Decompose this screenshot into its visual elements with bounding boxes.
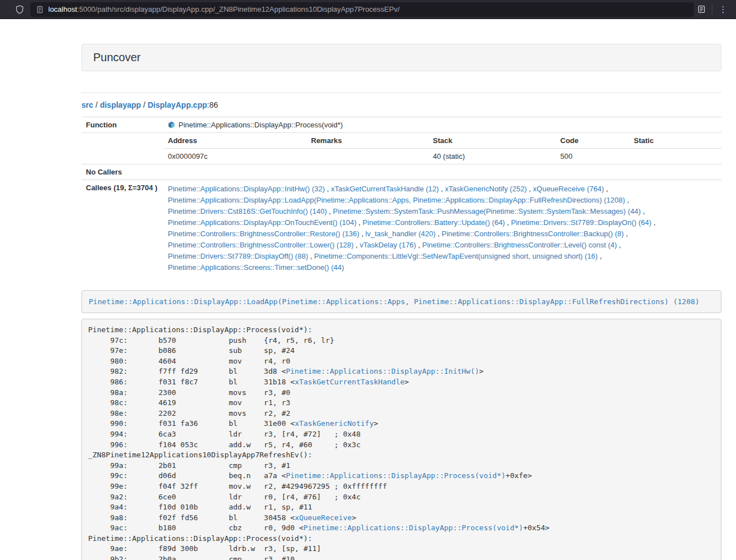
column-header-code: Code [556,133,629,149]
asm-line: 98e: 2202 movs r2, #2 [88,408,715,419]
asm-symbol-link[interactable]: xTaskGenericNotify [295,419,374,428]
no-callers-row: No Callers [81,164,721,180]
callee-link[interactable]: Pinetime::Components::LittleVgl::SetNewT… [314,252,598,260]
callee-link[interactable]: vTaskDelay (176) [360,241,416,249]
disassembly-block: Pinetime::Applications::DisplayApp::Proc… [81,319,721,560]
asm-symbol-link[interactable]: Pinetime::Applications::DisplayApp::Proc… [286,471,505,480]
callee-link[interactable]: Pinetime::System::SystemTask::PushMessag… [333,207,641,215]
toolbar-divider [712,4,712,15]
asm-line: 99c: d06d beq.n a7a <Pinetime::Applicati… [88,471,715,481]
breadcrumb-separator: / [143,100,145,109]
stats-value-row: 0x0000097c 40 (static) 500 [163,149,721,164]
page-info-icon [36,6,44,13]
asm-line: 982: f7ff fd29 bl 3d8 <Pinetime::Applica… [88,366,715,377]
function-row: Function Pinetime::Applications::Display… [81,117,721,133]
callee-link[interactable]: lv_task_handler (420) [365,229,436,238]
browser-window: localhost:5000/path/src/displayapp/Displ… [0,0,736,560]
asm-symbol-link[interactable]: xQueueReceive [295,513,352,522]
selected-callee-link[interactable]: Pinetime::Applications::DisplayApp::Load… [89,297,700,306]
callees-cell: Pinetime::Applications::DisplayApp::Init… [163,180,721,277]
breadcrumb-separator: / [95,100,98,109]
callee-link[interactable]: xTaskGetCurrentTaskHandle (12) [331,185,438,193]
tracking-protection-shield-icon[interactable] [12,2,27,17]
callee-link[interactable]: xTaskGenericNotify (252) [445,185,527,193]
stats-row: Address Remarks Stack Code Static 0x0000… [81,133,721,164]
callee-link[interactable]: Pinetime::Applications::DisplayApp::Init… [168,185,325,193]
reader-mode-button[interactable] [694,2,708,17]
callees-row: Callees (19, Σ=3704 ) Pinetime::Applicat… [81,180,721,277]
asm-line: 9b2: 2b0a cmp r3, #10 [88,554,715,560]
remarks-value [307,149,428,164]
column-header-stack: Stack [428,133,556,149]
function-icon [168,121,175,128]
page-content: Puncover src/displayapp/DisplayApp.cpp:8… [81,44,721,560]
static-value [629,149,721,164]
stats-row-label [81,133,163,164]
asm-line: Pinetime::Applications::DisplayApp::Proc… [88,534,715,544]
asm-line: 9a4: f10d 010b add.w r1, sp, #11 [88,502,715,513]
asm-symbol-link[interactable]: Pinetime::Applications::DisplayApp::Proc… [304,524,523,532]
callee-link[interactable]: Pinetime::Controllers::BrightnessControl… [168,241,354,249]
page-header: Puncover [81,44,721,71]
asm-line: 9a8: f02f fd56 bl 30458 <xQueueReceive> [88,513,715,524]
asm-line: 9a2: 6ce0 ldr r0, [r4, #76] ; 0x4c [88,492,715,503]
code-value: 500 [556,149,629,164]
callee-link[interactable]: Pinetime::Applications::DisplayApp::OnTo… [168,218,356,227]
callee-link[interactable]: Pinetime::Controllers::Battery::Update()… [363,218,505,227]
asm-line: 996: f104 053c add.w r5, r4, #60 ; 0x3c [88,440,715,451]
breadcrumb-link-src[interactable]: src [81,100,93,109]
column-header-static: Static [629,133,721,149]
asm-line: 99a: 2b01 cmp r3, #1 [88,461,715,471]
callee-link[interactable]: Pinetime::Controllers::BrightnessControl… [422,241,617,249]
stats-table: Address Remarks Stack Code Static 0x0000… [163,133,721,164]
callee-link[interactable]: Pinetime::Applications::Screens::Timer::… [168,263,344,272]
shield-icon [15,5,24,14]
callee-link[interactable]: Pinetime::Controllers::BrightnessControl… [442,229,624,238]
callees-label: Callees (19, Σ=3704 ) [81,180,163,277]
function-table: Function Pinetime::Applications::Display… [81,117,721,277]
breadcrumb: src/displayapp/DisplayApp.cpp:86 [81,100,721,109]
selected-callee-box: Pinetime::Applications::DisplayApp::Load… [81,290,721,313]
asm-line: 99e: f04f 32ff mov.w r2, #4294967295 ; 0… [88,481,715,492]
reader-mode-icon [697,5,706,13]
asm-line: 9ac: b180 cbz r0, 9d0 <Pinetime::Applica… [88,523,715,534]
asm-line: 98a: 2300 movs r3, #0 [88,388,715,398]
callee-link[interactable]: Pinetime::Controllers::BrightnessControl… [168,229,359,238]
kebab-menu-icon: ⋮ [719,5,728,13]
menu-button[interactable]: ⋮ [716,2,730,17]
no-callers-cell [163,164,721,180]
stack-value: 40 (static) [428,149,556,164]
asm-line: 986: f031 f8c7 bl 31b18 <xTaskGetCurrent… [88,377,715,388]
asm-symbol-link[interactable]: Pinetime::Applications::DisplayApp::Init… [286,367,479,375]
no-callers-label: No Callers [81,164,163,180]
asm-line: 97e: b086 sub sp, #24 [88,346,715,356]
breadcrumb-link-displayapp[interactable]: displayapp [100,100,141,109]
divider [81,93,721,93]
asm-line: _ZN8Pinetime12Applications10DisplayApp7R… [88,450,715,461]
browser-toolbar: localhost:5000/path/src/displayapp/Displ… [0,0,736,19]
breadcrumb-link-file[interactable]: DisplayApp.cpp [148,100,207,109]
asm-line: 98c: 4619 mov r1, r3 [88,398,715,408]
callee-link[interactable]: Pinetime::Drivers::Cst816S::GetTouchInfo… [168,207,327,215]
asm-line: Pinetime::Applications::DisplayApp::Proc… [88,325,715,336]
asm-symbol-link[interactable]: xTaskGetCurrentTaskHandle [295,378,405,386]
callee-link[interactable]: Pinetime::Applications::DisplayApp::Load… [168,196,625,204]
function-row-label: Function [81,117,163,133]
url-path: :5000/path/src/displayapp/DisplayApp.cpp… [77,5,400,13]
page-title: Puncover [93,51,141,63]
column-header-address: Address [163,133,307,149]
url-text: localhost:5000/path/src/displayapp/Displ… [48,5,400,13]
url-host: localhost [48,5,77,13]
callee-link[interactable]: Pinetime::Drivers::St7789::DisplayOff() … [168,252,308,260]
address-value: 0x0000097c [163,149,307,164]
url-bar[interactable]: localhost:5000/path/src/displayapp/Displ… [30,2,694,17]
asm-line: 97c: b570 push {r4, r5, r6, lr} [88,336,715,346]
asm-line: 980: 4604 mov r4, r0 [88,356,715,367]
breadcrumb-line-number: :86 [207,100,218,109]
column-header-remarks: Remarks [307,133,428,149]
callee-link[interactable]: Pinetime::Drivers::St7789::DisplayOn() (… [511,218,651,227]
function-name: Pinetime::Applications::DisplayApp::Proc… [179,121,343,129]
asm-line: 994: 6ca3 ldr r3, [r4, #72] ; 0x48 [88,429,715,440]
callee-link[interactable]: xQueueReceive (764) [533,185,604,193]
asm-line: 990: f031 fa36 bl 31e00 <xTaskGenericNot… [88,419,715,429]
